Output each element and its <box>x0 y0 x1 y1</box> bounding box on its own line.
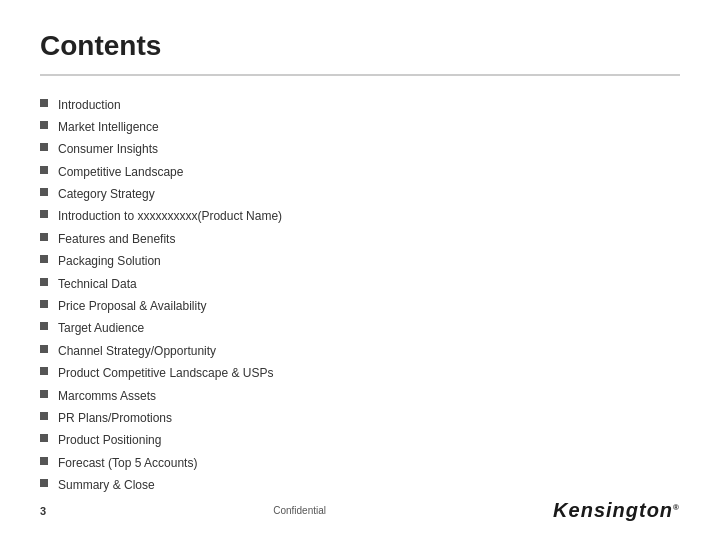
list-item: Marcomms Assets <box>40 385 680 407</box>
list-item: Features and Benefits <box>40 228 680 250</box>
list-item-text: Marcomms Assets <box>58 386 156 406</box>
bullet-icon <box>40 479 48 487</box>
list-item: Category Strategy <box>40 183 680 205</box>
bullet-icon <box>40 255 48 263</box>
list-item-text: Summary & Close <box>58 475 155 495</box>
bullet-icon <box>40 233 48 241</box>
list-item-text: Introduction to xxxxxxxxxx(Product Name) <box>58 206 282 226</box>
logo-tm: ® <box>673 503 680 512</box>
bullet-icon <box>40 188 48 196</box>
list-item: Market Intelligence <box>40 116 680 138</box>
list-item: Product Positioning <box>40 429 680 451</box>
list-item: Competitive Landscape <box>40 161 680 183</box>
list-item-text: Product Competitive Landscape & USPs <box>58 363 273 383</box>
bullet-icon <box>40 278 48 286</box>
logo: Kensington® <box>553 499 680 522</box>
list-item-text: Price Proposal & Availability <box>58 296 207 316</box>
confidential-label: Confidential <box>273 505 326 516</box>
list-item-text: Consumer Insights <box>58 139 158 159</box>
list-item-text: Channel Strategy/Opportunity <box>58 341 216 361</box>
list-item-text: Introduction <box>58 95 121 115</box>
divider <box>40 74 680 76</box>
list-item-text: Category Strategy <box>58 184 155 204</box>
bullet-icon <box>40 390 48 398</box>
list-item-text: Features and Benefits <box>58 229 175 249</box>
list-item-text: Technical Data <box>58 274 137 294</box>
list-item: Summary & Close <box>40 474 680 496</box>
list-item: Consumer Insights <box>40 138 680 160</box>
bullet-icon <box>40 143 48 151</box>
slide: Contents IntroductionMarket Intelligence… <box>0 0 720 540</box>
list-item: Forecast (Top 5 Accounts) <box>40 452 680 474</box>
list-item: Price Proposal & Availability <box>40 295 680 317</box>
bullet-icon <box>40 210 48 218</box>
list-item: Introduction <box>40 94 680 116</box>
bullet-icon <box>40 300 48 308</box>
list-item: Product Competitive Landscape & USPs <box>40 362 680 384</box>
list-item-text: Forecast (Top 5 Accounts) <box>58 453 197 473</box>
list-item: Technical Data <box>40 273 680 295</box>
list-item-text: Packaging Solution <box>58 251 161 271</box>
list-item-text: Product Positioning <box>58 430 161 450</box>
contents-list: IntroductionMarket IntelligenceConsumer … <box>40 94 680 497</box>
list-item: Channel Strategy/Opportunity <box>40 340 680 362</box>
bullet-icon <box>40 322 48 330</box>
list-item: PR Plans/Promotions <box>40 407 680 429</box>
list-item-text: Target Audience <box>58 318 144 338</box>
page-title: Contents <box>40 30 680 62</box>
list-item: Target Audience <box>40 317 680 339</box>
bullet-icon <box>40 457 48 465</box>
list-item: Introduction to xxxxxxxxxx(Product Name) <box>40 205 680 227</box>
footer: 3 Confidential Kensington® <box>0 499 720 522</box>
bullet-icon <box>40 345 48 353</box>
page-number: 3 <box>40 505 46 517</box>
bullet-icon <box>40 367 48 375</box>
list-item-text: Market Intelligence <box>58 117 159 137</box>
bullet-icon <box>40 412 48 420</box>
bullet-icon <box>40 434 48 442</box>
bullet-icon <box>40 121 48 129</box>
list-item-text: PR Plans/Promotions <box>58 408 172 428</box>
list-item-text: Competitive Landscape <box>58 162 183 182</box>
bullet-icon <box>40 99 48 107</box>
logo-text: Kensington <box>553 499 673 521</box>
list-item: Packaging Solution <box>40 250 680 272</box>
bullet-icon <box>40 166 48 174</box>
